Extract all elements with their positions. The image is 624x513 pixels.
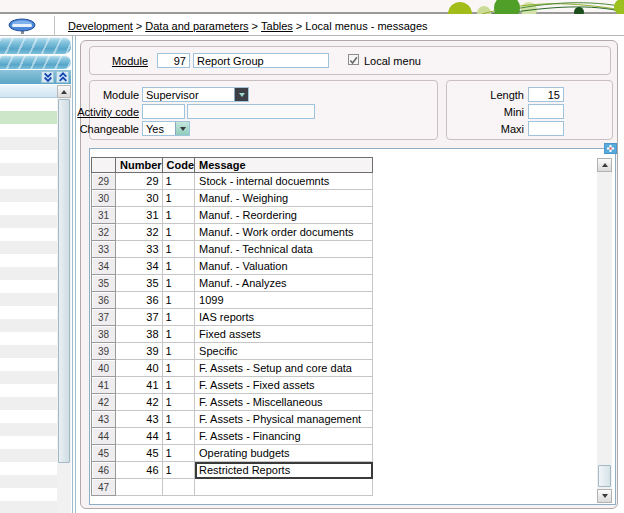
row-header-cell[interactable]: 30	[92, 190, 116, 207]
dropdown-arrow-icon[interactable]	[234, 88, 248, 101]
changeable-combo[interactable]: Yes	[142, 121, 190, 136]
number-cell[interactable]: 42	[116, 394, 163, 411]
sidebar-list-item[interactable]	[0, 124, 57, 137]
row-header-cell[interactable]: 39	[92, 343, 116, 360]
row-header-cell[interactable]: 33	[92, 241, 116, 258]
collapse-all-button[interactable]	[41, 71, 54, 83]
message-cell[interactable]: Restricted Reports	[195, 462, 373, 479]
row-header-cell[interactable]: 34	[92, 258, 116, 275]
row-header-cell[interactable]: 46	[92, 462, 116, 479]
message-cell[interactable]: Manuf. - Weighing	[195, 190, 373, 207]
row-header-cell[interactable]: 37	[92, 309, 116, 326]
row-header-cell[interactable]: 40	[92, 360, 116, 377]
message-cell[interactable]: Fixed assets	[195, 326, 373, 343]
message-cell[interactable]: Manuf. - Technical data	[195, 241, 373, 258]
column-header-message[interactable]: Message	[195, 158, 373, 173]
sidebar-list-item[interactable]	[0, 137, 57, 150]
column-header-code[interactable]: Code	[162, 158, 195, 173]
sidebar-list-item[interactable]	[0, 163, 57, 176]
sidebar-list-item[interactable]	[0, 241, 57, 254]
sidebar-list-item[interactable]	[0, 410, 57, 423]
message-cell[interactable]: F. Assets - Physical management	[195, 411, 373, 428]
row-header-cell[interactable]: 36	[92, 292, 116, 309]
sidebar-list-item[interactable]	[0, 475, 57, 488]
code-cell[interactable]: 1	[162, 224, 195, 241]
message-cell[interactable]: Specific	[195, 343, 373, 360]
column-header-select[interactable]	[92, 158, 116, 173]
row-header-cell[interactable]: 45	[92, 445, 116, 462]
sidebar-list-item[interactable]	[0, 358, 57, 371]
number-cell[interactable]: 46	[116, 462, 163, 479]
code-cell[interactable]: 1	[162, 241, 195, 258]
sidebar-collapsed-panel[interactable]	[0, 55, 71, 69]
number-cell[interactable]: 40	[116, 360, 163, 377]
row-header-cell[interactable]: 43	[92, 411, 116, 428]
breadcrumb-item[interactable]: Development	[68, 20, 133, 32]
code-cell[interactable]	[162, 479, 195, 496]
maxi-input[interactable]	[528, 121, 564, 136]
scroll-up-button[interactable]	[57, 85, 71, 98]
breadcrumb-item[interactable]: Tables	[261, 20, 293, 32]
message-cell[interactable]: Manuf. - Work order documents	[195, 224, 373, 241]
row-header-cell[interactable]: 32	[92, 224, 116, 241]
grid-scrollbar[interactable]	[597, 158, 612, 503]
message-cell[interactable]: Manuf. - Valuation	[195, 258, 373, 275]
sidebar-list-item[interactable]	[0, 267, 57, 280]
sidebar-list-item[interactable]	[0, 345, 57, 358]
code-cell[interactable]: 1	[162, 360, 195, 377]
message-cell[interactable]: Operating budgets	[195, 445, 373, 462]
sidebar-list-item[interactable]	[0, 384, 57, 397]
row-header-cell[interactable]: 35	[92, 275, 116, 292]
code-cell[interactable]: 1	[162, 462, 195, 479]
scroll-up-button[interactable]	[597, 158, 612, 172]
sidebar-list-item[interactable]	[0, 332, 57, 345]
message-cell[interactable]: F. Assets - Fixed assets	[195, 377, 373, 394]
breadcrumb-item[interactable]: Data and parameters	[145, 20, 248, 32]
sidebar-list-item[interactable]	[0, 462, 57, 475]
code-cell[interactable]: 1	[162, 275, 195, 292]
code-cell[interactable]: 1	[162, 173, 195, 190]
sidebar-list-item[interactable]	[0, 319, 57, 332]
number-cell[interactable]: 35	[116, 275, 163, 292]
sidebar-list-item[interactable]	[0, 254, 57, 267]
message-cell[interactable]: Manuf. - Analyzes	[195, 275, 373, 292]
sidebar-list-item[interactable]	[0, 189, 57, 202]
number-cell[interactable]: 29	[116, 173, 163, 190]
expand-all-button[interactable]	[56, 71, 69, 83]
grid-actions-icon[interactable]	[604, 143, 617, 154]
code-cell[interactable]: 1	[162, 411, 195, 428]
number-cell[interactable]: 45	[116, 445, 163, 462]
module-name-input[interactable]	[193, 53, 329, 68]
column-header-number[interactable]: Number	[116, 158, 163, 173]
code-cell[interactable]: 1	[162, 309, 195, 326]
activity-code-input[interactable]	[142, 104, 185, 119]
sidebar-list-item[interactable]	[0, 397, 57, 410]
sidebar-list-item[interactable]	[0, 293, 57, 306]
number-cell[interactable]: 44	[116, 428, 163, 445]
code-cell[interactable]: 1	[162, 377, 195, 394]
code-cell[interactable]: 1	[162, 343, 195, 360]
module-number-input[interactable]	[157, 53, 190, 68]
number-cell[interactable]: 38	[116, 326, 163, 343]
message-cell[interactable]: F. Assets - Miscellaneous	[195, 394, 373, 411]
number-cell[interactable]: 34	[116, 258, 163, 275]
number-cell[interactable]: 32	[116, 224, 163, 241]
number-cell[interactable]: 31	[116, 207, 163, 224]
number-cell[interactable]: 30	[116, 190, 163, 207]
number-cell[interactable]: 43	[116, 411, 163, 428]
message-cell[interactable]: IAS reports	[195, 309, 373, 326]
code-cell[interactable]: 1	[162, 428, 195, 445]
sidebar-list-item[interactable]	[0, 150, 57, 163]
sidebar-list-item[interactable]	[0, 111, 57, 124]
code-cell[interactable]: 1	[162, 394, 195, 411]
sidebar-list-item[interactable]	[0, 98, 57, 111]
mini-input[interactable]	[528, 104, 564, 119]
module-combo[interactable]: Supervisor	[142, 87, 249, 102]
row-header-cell[interactable]: 47	[92, 479, 116, 496]
row-header-cell[interactable]: 41	[92, 377, 116, 394]
local-menu-checkbox[interactable]	[348, 54, 359, 65]
row-header-cell[interactable]: 38	[92, 326, 116, 343]
sidebar-scrollbar[interactable]	[57, 85, 71, 513]
length-input[interactable]	[528, 87, 564, 102]
row-header-cell[interactable]: 29	[92, 173, 116, 190]
